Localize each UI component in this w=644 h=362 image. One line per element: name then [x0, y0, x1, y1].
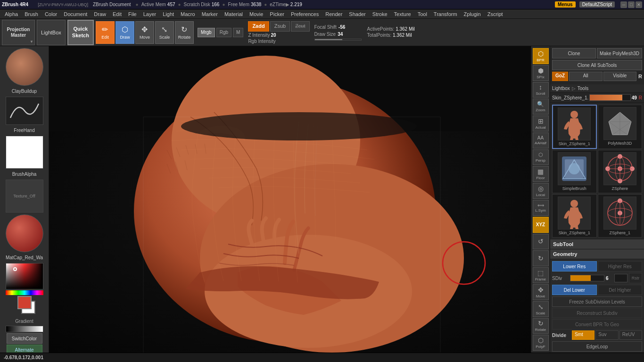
thumb-zsphere[interactable]: ZSphere	[598, 150, 643, 193]
move-button[interactable]: ✥ Move	[135, 21, 154, 44]
menu-tool[interactable]: Tool	[415, 10, 430, 18]
persp-button[interactable]: ⬡ Persp	[533, 149, 549, 165]
rgb-toggle[interactable]: Rgb	[216, 28, 231, 37]
menu-brush[interactable]: Brush	[22, 10, 41, 18]
menu-movie[interactable]: Movie	[247, 10, 266, 18]
win-close-button[interactable]: ✕	[636, 1, 642, 8]
lsym-button[interactable]: ⟺ L.Sym	[533, 200, 549, 216]
clone-all-subtools-button[interactable]: Clone All SubTools	[552, 60, 642, 70]
alpha-preview[interactable]	[6, 136, 43, 169]
sdiv-slider[interactable]	[570, 275, 604, 281]
lightbox-tools-row[interactable]: Lightbox ▷ Tools	[550, 84, 644, 93]
menu-picker[interactable]: Picker	[267, 10, 287, 18]
suv-button[interactable]: Suv	[595, 330, 618, 340]
color-picker[interactable]	[6, 263, 43, 301]
menu-texture[interactable]: Texture	[391, 10, 414, 18]
stroke-preview[interactable]	[6, 97, 43, 125]
move-tool-button[interactable]: ✥ Move	[533, 284, 549, 300]
skin-value-slider[interactable]	[589, 94, 630, 101]
menu-layer[interactable]: Layer	[140, 10, 159, 18]
alternate-button[interactable]: Alternate	[7, 345, 42, 353]
polyf-button[interactable]: ⬡ PolyF	[533, 335, 549, 351]
zoom-button[interactable]: 🔍 Zoom	[533, 99, 549, 115]
del-lower-button[interactable]: Del Lower	[552, 285, 597, 295]
goz-button[interactable]: GoZ	[552, 72, 568, 81]
rstr-button[interactable]: Rstr	[629, 273, 642, 283]
draw-button[interactable]: ⬡ Draw	[116, 21, 134, 44]
switch-color-button[interactable]: SwitchColor	[7, 333, 42, 344]
win-max-button[interactable]: □	[628, 1, 635, 8]
thumb-skin-zsphere2[interactable]: Skin_ZSphere_1	[552, 194, 597, 238]
edge-loop-left-input[interactable]	[614, 274, 627, 282]
hue-slider[interactable]	[6, 290, 43, 295]
quick-sketch-button[interactable]: QuickSketch	[67, 20, 94, 45]
zdraw-button[interactable]: Zcut	[291, 21, 309, 32]
rotate-ccw-button[interactable]: ↻	[533, 250, 549, 266]
clone-button[interactable]: Clone	[552, 48, 596, 58]
rotate-tool-button[interactable]: ↻ Rotate	[533, 318, 549, 334]
menu-shader[interactable]: Shader	[346, 10, 368, 18]
higher-res-button[interactable]: Higher Res	[598, 261, 643, 272]
lightbox-button[interactable]: LightBox	[37, 20, 66, 45]
local-button[interactable]: ◎ Local	[533, 183, 549, 199]
spix-button[interactable]: ⬢ SPix	[533, 65, 549, 81]
mrgb-toggle[interactable]: Mrgb	[198, 28, 215, 37]
menu-macro[interactable]: Macro	[178, 10, 198, 18]
reuv-button[interactable]: ReUV	[619, 330, 642, 340]
smt-button[interactable]: Smt	[572, 330, 594, 340]
geometry-section-header[interactable]: Geometry	[550, 249, 644, 259]
menu-file[interactable]: File	[125, 10, 140, 18]
all-button[interactable]: All	[569, 72, 603, 81]
foreground-color-swatch[interactable]	[17, 296, 32, 309]
color-gradient-area[interactable]	[6, 263, 43, 289]
menu-zscript[interactable]: Zscript	[485, 10, 506, 18]
visible-button[interactable]: Visible	[603, 72, 637, 81]
subtool-section-header[interactable]: SubTool	[550, 239, 644, 249]
menu-material[interactable]: Material	[222, 10, 246, 18]
del-higher-button[interactable]: Del Higher	[598, 285, 643, 295]
menu-transform[interactable]: Transform	[431, 10, 460, 18]
texture-preview[interactable]: Texture_Off	[6, 180, 43, 213]
menus-button[interactable]: Menus	[555, 1, 576, 8]
viewport[interactable]	[49, 46, 550, 353]
aahalf-button[interactable]: AA AAHalf	[533, 132, 549, 148]
make-polymesh-button[interactable]: Make PolyMesh3D	[597, 48, 642, 58]
menu-marker[interactable]: Marker	[199, 10, 221, 18]
material-preview[interactable]	[6, 214, 43, 252]
menu-edit[interactable]: Edit	[110, 10, 124, 18]
menu-light[interactable]: Light	[160, 10, 177, 18]
menu-alpha[interactable]: Alpha	[2, 10, 21, 18]
freeze-subdiv-button[interactable]: Freeze SubDivision Levels	[552, 296, 642, 307]
zsub-button[interactable]: Zsub	[270, 21, 290, 32]
menu-draw[interactable]: Draw	[91, 10, 109, 18]
zadd-button[interactable]: Zadd	[248, 21, 269, 32]
convert-bpr-button[interactable]: Convert BPR To Geo	[552, 319, 642, 329]
rotate-cw-button[interactable]: ↺	[533, 234, 549, 250]
win-min-button[interactable]: ─	[620, 1, 627, 8]
scroll-button[interactable]: ↕ Scroll	[533, 82, 549, 98]
brush-preview[interactable]	[6, 48, 43, 86]
bpr-button[interactable]: ⬡ BPR	[533, 48, 549, 64]
scale-tool-button[interactable]: ⤡ Scale	[533, 301, 549, 317]
floor-button[interactable]: ▦ Floor	[533, 166, 549, 182]
menu-document[interactable]: Document	[61, 10, 90, 18]
thumb-polymesh3d[interactable]: PolyMesh3D	[598, 105, 643, 149]
xyz-button[interactable]: XYZ	[533, 217, 549, 233]
edge-loop-button[interactable]: EdgeLoop	[552, 341, 642, 352]
rotate-button[interactable]: ↻ Rotate	[175, 21, 194, 44]
lower-res-button[interactable]: Lower Res	[552, 261, 597, 272]
menu-preferences[interactable]: Preferences	[288, 10, 322, 18]
menu-stroke[interactable]: Stroke	[370, 10, 390, 18]
thumb-simplebrush[interactable]: SimpleBrush	[552, 150, 597, 193]
edit-button[interactable]: ✏ Edit	[96, 21, 115, 44]
scale-button[interactable]: ⤡ Scale	[155, 21, 174, 44]
default-zscript-button[interactable]: DefaultZScript	[579, 1, 615, 8]
menu-zplugin[interactable]: Zplugin	[461, 10, 484, 18]
thumb-skin-zsphere[interactable]: Skin_ZSphere_1	[552, 105, 597, 149]
actual-button[interactable]: ⊞ Actual	[533, 115, 549, 132]
thumb-zsphere1[interactable]: ZSphere_1	[598, 194, 643, 238]
menu-render[interactable]: Render	[322, 10, 345, 18]
menu-color[interactable]: Color	[42, 10, 60, 18]
skin-slider-row[interactable]: Skin_ZSphere_1. 49 R	[550, 93, 644, 103]
reconstruct-subdiv-button[interactable]: Reconstruct Subdiv	[552, 308, 642, 318]
